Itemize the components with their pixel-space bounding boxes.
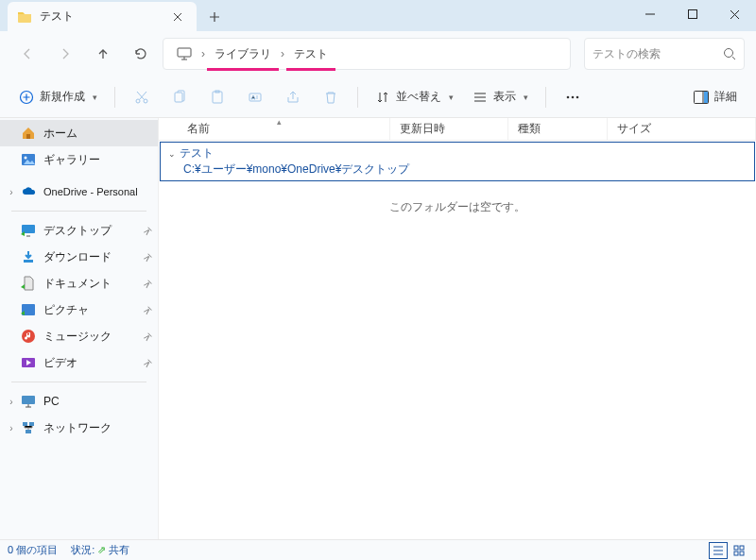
sidebar-item-home[interactable]: ホーム bbox=[0, 120, 158, 146]
chevron-down-icon[interactable]: ⌄ bbox=[168, 149, 176, 159]
expand-icon[interactable]: › bbox=[6, 397, 17, 407]
details-view-toggle[interactable] bbox=[709, 542, 728, 559]
documents-icon bbox=[21, 276, 36, 291]
onedrive-icon bbox=[21, 184, 36, 199]
thumbnails-view-toggle[interactable] bbox=[730, 542, 748, 559]
column-header-size[interactable]: サイズ bbox=[608, 118, 756, 140]
folder-group-header[interactable]: ⌄ テスト C:¥ユーザー¥mono¥OneDrive¥デスクトップ bbox=[160, 142, 755, 181]
sidebar-label: ネットワーク bbox=[43, 420, 112, 436]
sidebar-label: PC bbox=[43, 395, 60, 408]
sidebar-item-music[interactable]: ミュージック ⊼ bbox=[0, 323, 158, 349]
svg-rect-1 bbox=[178, 48, 191, 57]
address-bar[interactable]: › ライブラリ › テスト bbox=[163, 38, 571, 70]
content-pane: 名前 ▴ 更新日時 種類 サイズ ⌄ テスト C:¥ユーザー¥mono¥OneD… bbox=[159, 118, 756, 539]
maximize-button[interactable] bbox=[671, 0, 713, 28]
separator bbox=[114, 87, 115, 108]
separator bbox=[11, 382, 146, 382]
close-button[interactable] bbox=[713, 0, 756, 28]
svg-rect-6 bbox=[175, 93, 182, 102]
videos-icon bbox=[21, 355, 36, 370]
pictures-icon bbox=[21, 302, 36, 317]
gallery-icon bbox=[21, 152, 36, 167]
pin-icon: ⊼ bbox=[141, 357, 153, 369]
expand-icon[interactable]: › bbox=[6, 187, 17, 197]
svg-point-2 bbox=[725, 49, 733, 58]
copy-button[interactable] bbox=[163, 82, 197, 112]
network-icon bbox=[21, 420, 36, 435]
group-title: テスト bbox=[180, 145, 214, 161]
sidebar-item-downloads[interactable]: ダウンロード ⊼ bbox=[0, 244, 158, 270]
sidebar-label: ピクチャ bbox=[43, 302, 89, 318]
refresh-button[interactable] bbox=[125, 38, 157, 70]
svg-point-5 bbox=[144, 99, 147, 103]
music-icon bbox=[21, 329, 36, 344]
sidebar-label: OneDrive - Personal bbox=[43, 186, 138, 197]
column-header-type[interactable]: 種類 bbox=[508, 118, 608, 140]
breadcrumb-segment-1[interactable]: テスト bbox=[286, 39, 335, 69]
status-state: 状況: ⇗ 共有 bbox=[71, 543, 129, 557]
sidebar-item-network[interactable]: › ネットワーク bbox=[0, 415, 158, 441]
breadcrumb-segment-0[interactable]: ライブラリ bbox=[207, 39, 279, 69]
sidebar-item-documents[interactable]: ドキュメント ⊼ bbox=[0, 270, 158, 297]
navigation-row: › ライブラリ › テスト テストの検索 bbox=[0, 31, 756, 76]
sidebar-item-onedrive[interactable]: › OneDrive - Personal bbox=[0, 178, 158, 205]
column-header-name[interactable]: 名前 bbox=[159, 118, 390, 140]
svg-rect-18 bbox=[22, 225, 35, 233]
separator bbox=[357, 87, 358, 108]
folder-icon bbox=[17, 9, 32, 25]
sidebar-item-desktop[interactable]: デスクトップ ⊼ bbox=[0, 217, 158, 244]
svg-point-12 bbox=[576, 95, 579, 98]
pin-icon: ⊼ bbox=[141, 331, 153, 343]
up-button[interactable] bbox=[87, 38, 119, 70]
separator bbox=[545, 87, 546, 108]
paste-button[interactable] bbox=[200, 82, 234, 112]
delete-button[interactable] bbox=[314, 82, 348, 112]
chevron-down-icon: ▾ bbox=[524, 93, 528, 102]
forward-button[interactable] bbox=[49, 38, 81, 70]
breadcrumb-label: ライブラリ bbox=[215, 46, 271, 62]
sidebar-item-pictures[interactable]: ピクチャ ⊼ bbox=[0, 297, 158, 323]
sidebar-item-pc[interactable]: › PC bbox=[0, 388, 158, 415]
svg-rect-9 bbox=[249, 93, 261, 101]
svg-point-10 bbox=[567, 95, 570, 98]
view-button[interactable]: 表示 ▾ bbox=[465, 82, 536, 112]
share-status-icon: ⇗ bbox=[97, 544, 106, 555]
navigation-sidebar: ホーム ギャラリー › OneDrive - Personal デスクトップ ⊼… bbox=[0, 118, 159, 539]
sort-button[interactable]: 並べ替え ▾ bbox=[368, 82, 461, 112]
svg-rect-14 bbox=[704, 92, 708, 103]
details-pane-button[interactable]: 詳細 bbox=[686, 82, 745, 112]
sort-indicator-icon: ▴ bbox=[277, 117, 282, 127]
more-button[interactable] bbox=[556, 82, 590, 112]
sidebar-item-gallery[interactable]: ギャラリー bbox=[0, 146, 158, 173]
search-placeholder: テストの検索 bbox=[593, 46, 723, 62]
cut-button[interactable] bbox=[125, 82, 159, 112]
search-icon bbox=[723, 47, 736, 60]
tab-title: テスト bbox=[40, 8, 168, 25]
address-root[interactable] bbox=[169, 39, 199, 69]
sidebar-label: ビデオ bbox=[43, 355, 77, 371]
share-button[interactable] bbox=[276, 82, 310, 112]
svg-rect-24 bbox=[23, 422, 27, 426]
command-toolbar: 新規作成 ▾ 並べ替え ▾ 表示 ▾ 詳細 bbox=[0, 76, 756, 118]
window-titlebar: テスト bbox=[0, 0, 756, 31]
expand-icon[interactable]: › bbox=[6, 423, 17, 433]
pin-icon: ⊼ bbox=[141, 278, 153, 290]
chevron-down-icon: ▾ bbox=[449, 93, 454, 102]
svg-rect-23 bbox=[22, 396, 35, 404]
search-input[interactable]: テストの検索 bbox=[584, 38, 745, 70]
window-tab[interactable]: テスト bbox=[8, 2, 197, 31]
svg-rect-19 bbox=[24, 260, 33, 263]
svg-rect-30 bbox=[740, 552, 744, 555]
pin-icon: ⊼ bbox=[141, 251, 153, 263]
new-button[interactable]: 新規作成 ▾ bbox=[11, 82, 105, 112]
minimize-button[interactable] bbox=[628, 0, 671, 28]
rename-button[interactable] bbox=[238, 82, 272, 112]
sidebar-item-videos[interactable]: ビデオ ⊼ bbox=[0, 349, 158, 376]
new-tab-button[interactable] bbox=[200, 3, 229, 31]
tab-close-button[interactable] bbox=[168, 8, 187, 26]
back-button[interactable] bbox=[11, 38, 43, 70]
column-header-date[interactable]: 更新日時 bbox=[390, 118, 508, 140]
downloads-icon bbox=[21, 249, 36, 264]
svg-rect-7 bbox=[213, 92, 222, 103]
svg-rect-15 bbox=[26, 134, 30, 139]
